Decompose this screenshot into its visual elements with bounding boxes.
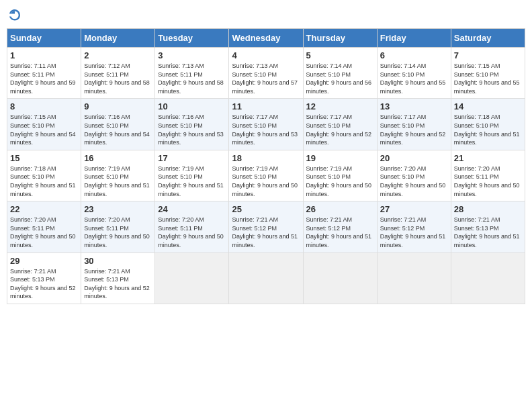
calendar-week-4: 29Sunrise: 7:21 AMSunset: 5:13 PMDayligh… [7,253,525,304]
day-info: Sunrise: 7:20 AMSunset: 5:11 PMDaylight:… [10,216,76,248]
calendar-cell [377,253,451,304]
day-number: 23 [84,204,152,214]
day-number: 10 [158,101,226,111]
day-info: Sunrise: 7:16 AMSunset: 5:10 PMDaylight:… [158,113,224,146]
day-info: Sunrise: 7:20 AMSunset: 5:11 PMDaylight:… [158,216,224,248]
day-info: Sunrise: 7:12 AMSunset: 5:11 PMDaylight:… [84,62,150,95]
calendar-cell: 8Sunrise: 7:15 AMSunset: 5:10 PMDaylight… [7,99,81,150]
day-info: Sunrise: 7:16 AMSunset: 5:10 PMDaylight:… [84,113,150,146]
calendar-cell [451,253,525,304]
day-number: 14 [454,101,522,111]
day-number: 11 [232,101,300,111]
day-info: Sunrise: 7:11 AMSunset: 5:11 PMDaylight:… [10,62,76,95]
calendar-cell: 14Sunrise: 7:18 AMSunset: 5:10 PMDayligh… [451,99,525,150]
day-info: Sunrise: 7:21 AMSunset: 5:12 PMDaylight:… [306,216,372,248]
day-number: 18 [232,153,300,163]
header-saturday: Saturday [451,29,525,48]
day-info: Sunrise: 7:14 AMSunset: 5:10 PMDaylight:… [306,62,372,95]
day-info: Sunrise: 7:17 AMSunset: 5:10 PMDaylight:… [380,113,446,146]
calendar-cell: 2Sunrise: 7:12 AMSunset: 5:11 PMDaylight… [81,48,155,99]
header-sunday: Sunday [7,29,81,48]
calendar-cell: 11Sunrise: 7:17 AMSunset: 5:10 PMDayligh… [229,99,303,150]
day-info: Sunrise: 7:18 AMSunset: 5:10 PMDaylight:… [454,113,520,146]
day-number: 26 [306,204,374,214]
day-info: Sunrise: 7:13 AMSunset: 5:10 PMDaylight:… [232,62,298,95]
day-number: 1 [10,50,78,60]
day-number: 24 [158,204,226,214]
calendar-cell: 10Sunrise: 7:16 AMSunset: 5:10 PMDayligh… [155,99,229,150]
day-number: 30 [84,256,152,266]
day-number: 21 [454,153,522,163]
page-header [7,7,525,23]
calendar-cell: 30Sunrise: 7:21 AMSunset: 5:13 PMDayligh… [81,253,155,304]
day-info: Sunrise: 7:17 AMSunset: 5:10 PMDaylight:… [232,113,298,146]
calendar-cell [155,253,229,304]
calendar-cell: 13Sunrise: 7:17 AMSunset: 5:10 PMDayligh… [377,99,451,150]
calendar-cell [229,253,303,304]
calendar-week-2: 15Sunrise: 7:18 AMSunset: 5:10 PMDayligh… [7,150,525,201]
day-info: Sunrise: 7:14 AMSunset: 5:10 PMDaylight:… [380,62,446,95]
day-number: 22 [10,204,78,214]
logo-icon [7,7,23,23]
day-info: Sunrise: 7:19 AMSunset: 5:10 PMDaylight:… [84,165,150,197]
calendar-cell: 28Sunrise: 7:21 AMSunset: 5:13 PMDayligh… [451,201,525,253]
calendar-cell: 17Sunrise: 7:19 AMSunset: 5:10 PMDayligh… [155,150,229,201]
day-number: 27 [380,204,448,214]
calendar-cell: 25Sunrise: 7:21 AMSunset: 5:12 PMDayligh… [229,201,303,253]
day-number: 29 [10,256,78,266]
calendar-cell: 23Sunrise: 7:20 AMSunset: 5:11 PMDayligh… [81,201,155,253]
calendar-cell [303,253,377,304]
calendar-cell: 27Sunrise: 7:21 AMSunset: 5:12 PMDayligh… [377,201,451,253]
day-number: 19 [306,153,374,163]
day-number: 13 [380,101,448,111]
calendar-week-1: 8Sunrise: 7:15 AMSunset: 5:10 PMDaylight… [7,99,525,150]
calendar-cell: 15Sunrise: 7:18 AMSunset: 5:10 PMDayligh… [7,150,81,201]
calendar-cell: 16Sunrise: 7:19 AMSunset: 5:10 PMDayligh… [81,150,155,201]
header-wednesday: Wednesday [229,29,303,48]
calendar-cell: 12Sunrise: 7:17 AMSunset: 5:10 PMDayligh… [303,99,377,150]
day-number: 9 [84,101,152,111]
day-number: 6 [380,50,448,60]
calendar-cell: 29Sunrise: 7:21 AMSunset: 5:13 PMDayligh… [7,253,81,304]
header-monday: Monday [81,29,155,48]
day-number: 12 [306,101,374,111]
calendar-cell: 1Sunrise: 7:11 AMSunset: 5:11 PMDaylight… [7,48,81,99]
calendar-cell: 7Sunrise: 7:15 AMSunset: 5:10 PMDaylight… [451,48,525,99]
calendar-cell: 6Sunrise: 7:14 AMSunset: 5:10 PMDaylight… [377,48,451,99]
calendar-cell: 3Sunrise: 7:13 AMSunset: 5:11 PMDaylight… [155,48,229,99]
day-info: Sunrise: 7:19 AMSunset: 5:10 PMDaylight:… [232,165,298,197]
calendar-cell: 9Sunrise: 7:16 AMSunset: 5:10 PMDaylight… [81,99,155,150]
day-info: Sunrise: 7:20 AMSunset: 5:11 PMDaylight:… [84,216,150,248]
calendar-week-0: 1Sunrise: 7:11 AMSunset: 5:11 PMDaylight… [7,48,525,99]
calendar-cell: 4Sunrise: 7:13 AMSunset: 5:10 PMDaylight… [229,48,303,99]
day-number: 15 [10,153,78,163]
day-number: 25 [232,204,300,214]
day-info: Sunrise: 7:17 AMSunset: 5:10 PMDaylight:… [306,113,372,146]
calendar-cell: 20Sunrise: 7:20 AMSunset: 5:10 PMDayligh… [377,150,451,201]
day-info: Sunrise: 7:19 AMSunset: 5:10 PMDaylight:… [158,165,224,197]
header-tuesday: Tuesday [155,29,229,48]
calendar-week-3: 22Sunrise: 7:20 AMSunset: 5:11 PMDayligh… [7,201,525,253]
calendar-cell: 19Sunrise: 7:19 AMSunset: 5:10 PMDayligh… [303,150,377,201]
day-number: 20 [380,153,448,163]
day-info: Sunrise: 7:15 AMSunset: 5:10 PMDaylight:… [454,62,520,95]
day-number: 28 [454,204,522,214]
calendar-header-row: SundayMondayTuesdayWednesdayThursdayFrid… [7,29,525,48]
header-friday: Friday [377,29,451,48]
calendar-cell: 26Sunrise: 7:21 AMSunset: 5:12 PMDayligh… [303,201,377,253]
day-info: Sunrise: 7:21 AMSunset: 5:12 PMDaylight:… [232,216,298,248]
day-info: Sunrise: 7:15 AMSunset: 5:10 PMDaylight:… [10,113,76,146]
calendar-cell: 21Sunrise: 7:20 AMSunset: 5:11 PMDayligh… [451,150,525,201]
day-number: 4 [232,50,300,60]
day-info: Sunrise: 7:21 AMSunset: 5:13 PMDaylight:… [84,268,150,300]
day-info: Sunrise: 7:21 AMSunset: 5:13 PMDaylight:… [454,216,520,248]
day-number: 7 [454,50,522,60]
day-number: 5 [306,50,374,60]
day-info: Sunrise: 7:19 AMSunset: 5:10 PMDaylight:… [306,165,372,197]
logo [7,7,26,23]
calendar-cell: 22Sunrise: 7:20 AMSunset: 5:11 PMDayligh… [7,201,81,253]
day-number: 8 [10,101,78,111]
calendar-cell: 18Sunrise: 7:19 AMSunset: 5:10 PMDayligh… [229,150,303,201]
day-number: 17 [158,153,226,163]
calendar-cell: 5Sunrise: 7:14 AMSunset: 5:10 PMDaylight… [303,48,377,99]
